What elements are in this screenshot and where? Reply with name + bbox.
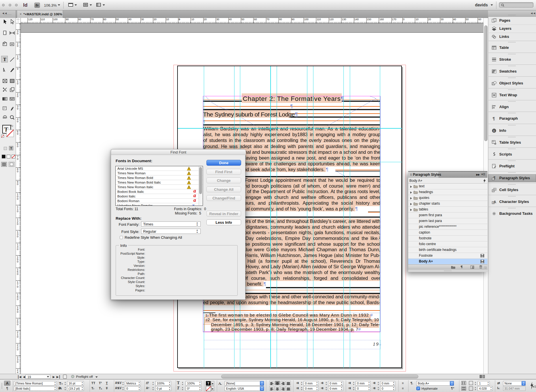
svg-text:i: i: [494, 129, 494, 132]
svg-text:¶: ¶: [494, 176, 496, 180]
svg-text:¶: ¶: [493, 116, 495, 121]
svg-text:A: A: [494, 200, 496, 204]
svg-text:T: T: [3, 57, 6, 62]
